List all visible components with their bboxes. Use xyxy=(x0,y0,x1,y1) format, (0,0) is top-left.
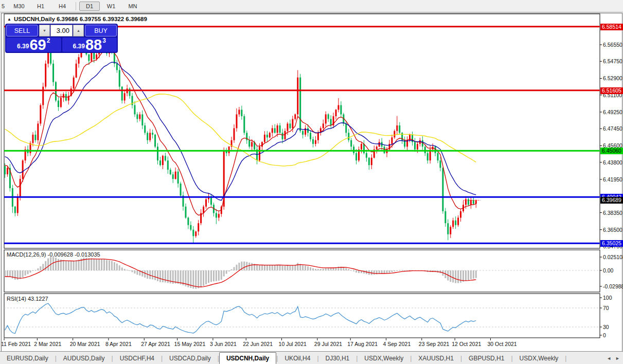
price-tick-label: 6.41950 xyxy=(603,176,622,183)
timeframe-button-W1[interactable]: W1 xyxy=(101,2,121,11)
chart-tab-bar: EURUSD,Daily|AUDUSD,Daily|USDCHF,H4|USDC… xyxy=(0,351,623,364)
toolbar-separator xyxy=(76,2,76,10)
buy-price-sup: 3 xyxy=(102,37,106,44)
chart-window xyxy=(1,13,622,352)
chart-tab-ukoil-h4[interactable]: UKOil,H4 xyxy=(278,352,317,364)
chart-tab-usdx-weekly[interactable]: USDX,Weekly xyxy=(513,352,565,364)
price-level-badge: 6.35025 xyxy=(600,240,623,247)
timeframe-button-H1[interactable]: H1 xyxy=(30,2,51,11)
price-tick-label: 100 xyxy=(603,295,612,301)
tab-scroll-left-icon[interactable]: ◄ xyxy=(607,356,611,361)
price-level-badge: 6.45060 xyxy=(600,148,623,154)
volume-increase-button[interactable]: ▲ xyxy=(73,25,84,37)
timeframe-toolbar: 5M30H1H4D1W1MN xyxy=(0,0,623,12)
date-tick-label: 23 Sep 2021 xyxy=(419,341,450,347)
chart-tab-usdx-weekly[interactable]: USDX,Weekly xyxy=(358,352,410,364)
chart-title: ▲USDCNH,Daily 6.39686 6.39755 6.39322 6.… xyxy=(7,16,147,22)
sell-price-big: 69 xyxy=(29,38,46,51)
price-tick-label: 70 xyxy=(603,305,609,311)
date-tick-label: 17 Aug 2021 xyxy=(347,341,378,347)
chart-tab-usdcad-daily[interactable]: USDCAD,Daily xyxy=(163,352,218,364)
chart-tab-audusd-daily[interactable]: AUDUSD,Daily xyxy=(57,352,112,364)
timeframe-button-5[interactable]: 5 xyxy=(0,2,8,11)
price-tick-label: -0.029881 xyxy=(603,283,623,289)
price-tick-label: 6.38350 xyxy=(603,210,622,216)
date-tick-label: 12 Oct 2021 xyxy=(452,341,481,347)
timeframe-button-D1[interactable]: D1 xyxy=(79,2,100,11)
date-tick-label: 8 Apr 2021 xyxy=(105,341,132,347)
chart-symbol-label: USDCNH,Daily xyxy=(14,16,55,22)
sell-price-sup: 2 xyxy=(47,37,50,44)
price-tick-label: 6.52900 xyxy=(603,75,622,81)
chart-tab-gbpusd-h1[interactable]: GBPUSD,H1 xyxy=(462,352,511,364)
price-tick-label: 6.43800 xyxy=(603,159,622,166)
chart-tab-usdcnh-daily[interactable]: USDCNH,Daily xyxy=(219,352,276,364)
price-tick-label: 0.025108 xyxy=(603,254,623,260)
date-tick-label: 29 Jul 2021 xyxy=(314,341,342,347)
price-level-badge: 6.39689 xyxy=(600,197,623,204)
buy-price-display[interactable]: 6.39883 xyxy=(62,38,117,52)
price-tick-label: 6.49250 xyxy=(603,109,622,115)
price-level-badge: 6.58514 xyxy=(600,24,623,30)
sell-price-base: 6.39 xyxy=(17,43,29,50)
volume-decrease-button[interactable]: ▼ xyxy=(39,25,50,37)
date-tick-label: 3 Jun 2021 xyxy=(210,341,237,347)
price-tick-label: 6.36500 xyxy=(603,227,622,233)
price-tick-label: 6.47450 xyxy=(603,125,622,132)
chart-tab-dj30-h1[interactable]: DJ30,H1 xyxy=(319,352,357,364)
date-tick-label: 15 May 2021 xyxy=(174,341,206,347)
date-tick-label: 10 Jul 2021 xyxy=(279,341,307,347)
date-tick-label: 30 Oct 2021 xyxy=(487,341,517,347)
sell-price-display[interactable]: 6.39692 xyxy=(6,38,61,52)
chart-ohlc-values: 6.39686 6.39755 6.39322 6.39689 xyxy=(57,16,147,22)
date-tick-label: 20 Mar 2021 xyxy=(70,341,100,347)
price-tick-label: 0 xyxy=(603,332,606,338)
buy-price-big: 88 xyxy=(85,38,102,51)
buy-button[interactable]: BUY xyxy=(85,25,117,37)
timeframe-button-MN[interactable]: MN xyxy=(122,2,143,11)
chart-tab-usdchf-h4[interactable]: USDCHF,H4 xyxy=(113,352,161,364)
date-tick-label: 22 Jun 2021 xyxy=(243,341,273,347)
price-level-badge: 6.51605 xyxy=(600,87,623,94)
trading-terminal: 5M30H1H4D1W1MN ▲USDCNH,Daily 6.39686 6.3… xyxy=(0,0,623,364)
one-click-trade-panel: SELL ▼ 3.00 ▲ BUY 6.39692 6.39883 xyxy=(5,24,118,53)
date-tick-label: 27 Apr 2021 xyxy=(141,341,170,347)
date-tick-label: 11 Feb 2021 xyxy=(1,341,31,347)
price-tick-label: 6.54750 xyxy=(603,58,622,64)
price-tick-label: 6.56550 xyxy=(603,42,622,48)
date-tick-label: 4 Sep 2021 xyxy=(383,341,411,347)
volume-input[interactable]: 3.00 xyxy=(50,25,73,37)
price-tick-label: 0.00 xyxy=(603,267,613,274)
rsi-indicator-label: RSI(14) 43.1227 xyxy=(7,296,48,302)
tab-scroll-right-icon[interactable]: ► xyxy=(615,356,620,361)
timeframe-button-M30[interactable]: M30 xyxy=(9,2,29,11)
date-tick-label: 2 Mar 2021 xyxy=(34,341,61,347)
timeframe-button-H4[interactable]: H4 xyxy=(52,2,73,11)
collapse-triangle-icon[interactable]: ▲ xyxy=(7,17,11,22)
buy-price-base: 6.39 xyxy=(73,43,85,50)
price-tick-label: 30 xyxy=(603,324,609,330)
sell-button[interactable]: SELL xyxy=(6,25,38,37)
chart-tab-xauusd-h1[interactable]: XAUUSD,H1 xyxy=(412,352,460,364)
tab-scroll-controls: ◄ ► xyxy=(607,352,620,364)
macd-indicator-label: MACD(12,26,9) -0.009628 -0.013035 xyxy=(7,251,100,258)
chart-tab-eurusd-daily[interactable]: EURUSD,Daily xyxy=(0,352,55,364)
tab-separator: | xyxy=(565,355,566,362)
